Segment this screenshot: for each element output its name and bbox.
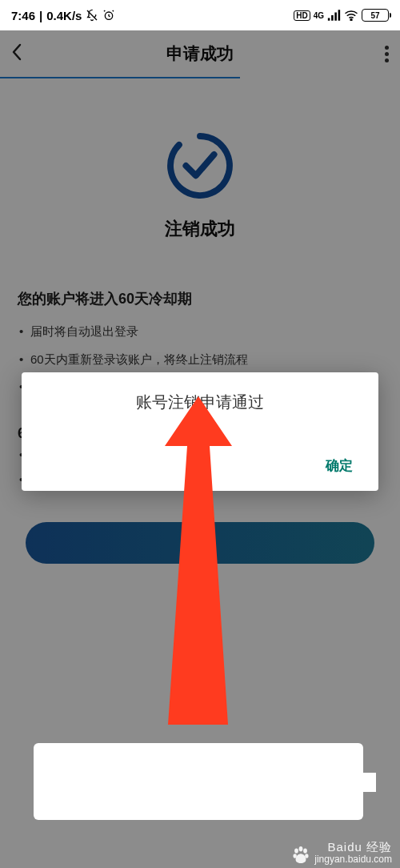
dnd-icon — [86, 9, 98, 22]
blank-card-notch — [360, 773, 376, 792]
alarm-icon — [102, 9, 115, 22]
dialog-confirm-button[interactable]: 确定 — [318, 452, 361, 480]
dialog: 账号注销申请通过 确定 — [22, 372, 378, 491]
svg-point-4 — [299, 846, 303, 851]
watermark-url: jingyan.baidu.com — [314, 854, 392, 865]
status-bar: 7:46 | 0.4K/s HD 4G 57 — [0, 0, 400, 30]
baidu-paw-icon — [292, 846, 310, 865]
signal-label: 4G — [314, 12, 324, 19]
status-time: 7:46 — [11, 9, 35, 22]
hd-badge: HD — [294, 10, 310, 21]
battery-text: 57 — [370, 11, 379, 20]
status-netspeed: 0.4K/s — [46, 9, 82, 22]
svg-point-5 — [303, 848, 307, 853]
status-sep: | — [39, 9, 42, 22]
battery-icon: 57 — [362, 9, 389, 22]
blank-card — [34, 743, 363, 820]
watermark-brand: Baidu 经验 — [327, 841, 392, 854]
signal-icon — [327, 10, 341, 21]
dialog-title: 账号注销申请通过 — [39, 392, 361, 413]
wifi-icon — [344, 10, 358, 21]
watermark: Baidu 经验 jingyan.baidu.com — [292, 841, 392, 865]
svg-point-1 — [350, 19, 352, 21]
svg-point-3 — [294, 848, 298, 853]
